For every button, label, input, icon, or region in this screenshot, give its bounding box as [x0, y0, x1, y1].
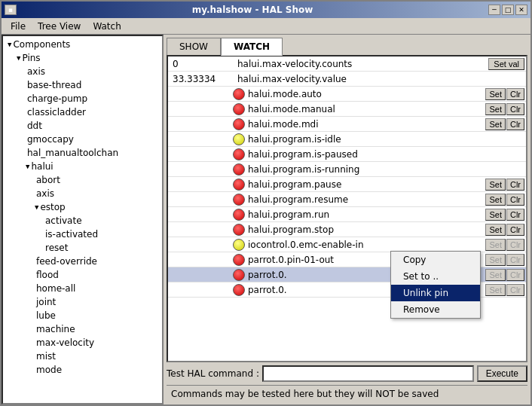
watch-row-11: halui.program.stop Set Clr — [168, 222, 526, 237]
tree-item-mist[interactable]: mist — [5, 350, 161, 363]
tree-item-joint[interactable]: joint — [5, 295, 161, 309]
watch-name-11: halui.program.stop — [248, 224, 485, 235]
context-item-unlink-pin[interactable]: Unlink pin — [391, 285, 480, 301]
watch-row-9: halui.program.resume Set Clr — [168, 192, 526, 207]
context-item-set-to[interactable]: Set to .. — [391, 268, 480, 285]
tree-item-classicladder[interactable]: classicladder — [5, 105, 161, 119]
clr-button-13[interactable]: Clr — [506, 254, 524, 266]
watch-panel[interactable]: 0 halui.max-velocity.counts Set val 33.3… — [167, 55, 527, 362]
tree-item-abort[interactable]: abort — [5, 173, 161, 187]
led-13 — [233, 254, 245, 266]
set-button-8[interactable]: Set — [485, 179, 506, 191]
execute-button[interactable]: Execute — [477, 365, 527, 382]
close-button[interactable]: ✕ — [515, 5, 527, 15]
clr-button-15[interactable]: Clr — [506, 284, 524, 296]
menu-treeview[interactable]: Tree View — [32, 20, 87, 33]
tree-item-axis[interactable]: axis — [5, 65, 161, 78]
tree-item-lube[interactable]: lube — [5, 309, 161, 322]
led-7 — [233, 163, 245, 176]
maximize-button[interactable]: □ — [502, 5, 514, 15]
watch-name-12: iocontrol.0.emc-enable-in — [248, 240, 485, 250]
tree-item-ddt[interactable]: ddt — [5, 119, 161, 133]
menu-file[interactable]: File — [5, 20, 32, 33]
cmd-row: Test HAL command : Execute — [167, 365, 527, 382]
tree-item-machine[interactable]: machine — [5, 322, 161, 336]
watch-row-6: halui.program.is-paused — [168, 147, 526, 162]
tree-item-pins[interactable]: ▼Pins — [5, 51, 161, 65]
watch-value-1: 33.33334 — [170, 74, 230, 84]
watch-row-10: halui.program.run Set Clr — [168, 207, 526, 222]
clr-button-14[interactable]: Clr — [506, 269, 524, 281]
tree-item-activate[interactable]: activate — [5, 214, 161, 227]
watch-name-7: halui.program.is-running — [248, 164, 524, 175]
set-button-10[interactable]: Set — [485, 209, 506, 221]
menu-watch[interactable]: Watch — [87, 20, 127, 33]
tab-watch[interactable]: WATCH — [221, 38, 283, 56]
tree-item-home-all[interactable]: home-all — [5, 282, 161, 295]
led-15 — [233, 284, 245, 296]
set-button-12[interactable]: Set — [485, 239, 506, 251]
led-9 — [233, 194, 245, 206]
led-14 — [233, 269, 245, 281]
tree-item-hal-manualtoolchan[interactable]: hal_manualtoolchan — [5, 146, 161, 160]
tree-item-components[interactable]: ▼Components — [5, 38, 161, 51]
watch-row-7: halui.program.is-running — [168, 162, 526, 177]
watch-name-2: halui.mode.auto — [248, 89, 485, 99]
cmd-label: Test HAL command : — [167, 368, 259, 379]
main-window: ▪ my.halshow - HAL Show ─ □ ✕ File Tree … — [0, 0, 532, 406]
tree-item-feed-override[interactable]: feed-override — [5, 255, 161, 268]
set-button-4[interactable]: Set — [485, 118, 506, 130]
set-button-11[interactable]: Set — [485, 224, 506, 236]
watch-name-9: halui.program.resume — [248, 194, 485, 205]
watch-value-0: 0 — [170, 59, 230, 69]
clr-button-12[interactable]: Clr — [506, 239, 524, 251]
set-val-button-0[interactable]: Set val — [488, 58, 524, 70]
minimize-button[interactable]: ─ — [488, 5, 500, 15]
bottom-section: Test HAL command : Execute Commands may … — [164, 362, 530, 404]
set-button-9[interactable]: Set — [485, 194, 506, 206]
watch-btns-13: Set Clr — [485, 254, 524, 266]
window-icon[interactable]: ▪ — [5, 5, 17, 15]
tree-item-halui[interactable]: ▼halui — [5, 160, 161, 173]
watch-row-12: iocontrol.0.emc-enable-in Set Clr — [168, 237, 526, 252]
watch-row-8: halui.program.pause Set Clr — [168, 177, 526, 192]
clr-button-8[interactable]: Clr — [506, 179, 524, 191]
clr-button-9[interactable]: Clr — [506, 194, 524, 206]
tree-item-flood[interactable]: flood — [5, 268, 161, 282]
set-button-3[interactable]: Set — [485, 103, 506, 115]
watch-btns-12: Set Clr — [485, 239, 524, 251]
sidebar-tree[interactable]: ▼Components ▼Pins axis base-thread charg… — [2, 35, 164, 404]
tree-item-axis-sub[interactable]: axis — [5, 187, 161, 200]
tab-bar: SHOW WATCH — [164, 35, 530, 55]
led-8 — [233, 179, 245, 191]
tree-item-base-thread[interactable]: base-thread — [5, 78, 161, 92]
tree-item-gmoccapy[interactable]: gmoccapy — [5, 133, 161, 146]
watch-name-4: halui.mode.mdi — [248, 119, 485, 130]
clr-button-10[interactable]: Clr — [506, 209, 524, 221]
set-button-15[interactable]: Set — [485, 284, 506, 296]
tab-show[interactable]: SHOW — [167, 38, 221, 55]
tree-item-charge-pump[interactable]: charge-pump — [5, 92, 161, 105]
cmd-input[interactable] — [262, 365, 474, 382]
clr-button-11[interactable]: Clr — [506, 224, 524, 236]
tree-item-mode[interactable]: mode — [5, 363, 161, 377]
tree-item-estop[interactable]: ▼estop — [5, 200, 161, 214]
clr-button-3[interactable]: Clr — [506, 103, 524, 115]
led-10 — [233, 209, 245, 221]
watch-row-0: 0 halui.max-velocity.counts Set val — [168, 56, 526, 72]
watch-name-0: halui.max-velocity.counts — [237, 59, 488, 69]
watch-row-1: 33.33334 halui.max-velocity.value — [168, 72, 526, 87]
context-item-remove[interactable]: Remove — [391, 301, 480, 318]
set-button-13[interactable]: Set — [485, 254, 506, 266]
tree-item-is-activated[interactable]: is-activated — [5, 227, 161, 241]
set-button-2[interactable]: Set — [485, 88, 506, 100]
tree-item-max-velocity[interactable]: max-velocity — [5, 336, 161, 350]
clr-button-2[interactable]: Clr — [506, 88, 524, 100]
led-2 — [233, 88, 245, 100]
context-item-copy[interactable]: Copy — [391, 252, 480, 268]
clr-button-4[interactable]: Clr — [506, 118, 524, 130]
watch-name-10: halui.program.run — [248, 209, 485, 220]
set-button-14[interactable]: Set — [485, 269, 506, 281]
tree-item-reset[interactable]: reset — [5, 241, 161, 255]
led-12 — [233, 239, 245, 251]
